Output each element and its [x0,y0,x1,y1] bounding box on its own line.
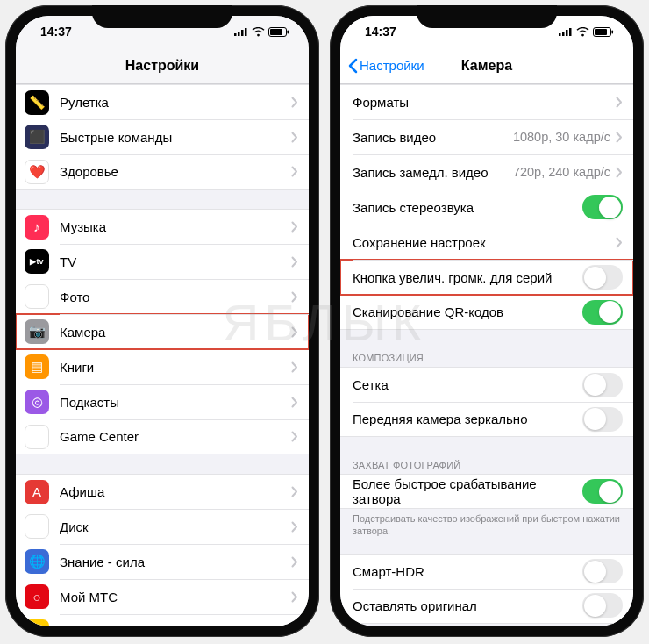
svg-rect-8 [562,32,565,36]
svg-rect-5 [270,29,282,35]
svg-rect-12 [595,29,607,35]
chevron-right-icon [291,132,298,143]
row-label: Запись замедл. видео [353,165,513,180]
capture-header: ЗАХВАТ ФОТОГРАФИЙ [340,456,633,474]
composition-group: КОМПОЗИЦИЯ Сетка Передняя камера зеркаль… [340,349,633,437]
camera-settings-list[interactable]: Форматы Запись видео 1080p, 30 кадр/с За… [340,84,633,626]
battery-icon [593,27,614,37]
row-camera[interactable]: 📷 Камера [16,314,309,349]
shortcuts-icon: ⬛ [25,125,49,149]
row-value: 1080p, 30 кадр/с [513,130,610,144]
row-label: Game Center [60,429,291,444]
chevron-right-icon [291,256,298,268]
status-time: 14:37 [40,25,72,39]
podcasts-icon: ◎ [25,390,49,414]
svg-rect-1 [238,32,240,36]
notch [417,5,557,28]
row-label: Сетка [353,377,582,392]
gamecenter-icon: ● [25,425,49,449]
row-music[interactable]: ♪ Музыка [16,209,309,244]
svg-rect-3 [245,28,247,36]
svg-rect-13 [612,30,614,33]
back-button[interactable]: Настройки [347,58,424,74]
row-mymts[interactable]: ○ Мой МТС [16,579,309,614]
chevron-left-icon [347,58,358,74]
row-photos[interactable]: ✿ Фото [16,279,309,314]
row-label: Фото [60,290,291,304]
row-label: Знание - сила [60,555,291,569]
row-label: Быстрые команды [60,130,291,145]
chevron-right-icon [291,591,298,603]
row-keep-original[interactable]: Оставлять оригинал [340,589,633,624]
toggle-grid[interactable] [582,373,623,397]
mymts-icon: ○ [25,584,49,609]
row-label: Здоровье [60,164,291,179]
settings-list[interactable]: 📏 Рулетка ⬛ Быстрые команды ❤️ Здоровье … [16,84,309,626]
toggle-keep-original[interactable] [582,593,623,618]
row-label: Более быстрое срабатывание затвора [353,476,582,506]
znanie-icon: 🌐 [25,549,49,574]
phone-left: 14:37 Настройки 📏 Рулетка ⬛ Быстрые кома… [5,5,319,637]
signal-icon [234,27,248,36]
camera-group-1: Форматы Запись видео 1080p, 30 кадр/с За… [340,84,633,330]
row-label: Кнопка увелич. громк. для серий [353,270,582,285]
chevron-right-icon [616,132,623,143]
row-preserve[interactable]: Сохранение настроек [340,225,633,260]
signal-icon [559,27,573,36]
svg-rect-10 [569,28,572,36]
row-smart-hdr[interactable]: Смарт-HDR [340,554,633,589]
toggle-smart-hdr[interactable] [582,559,623,583]
row-formats[interactable]: Форматы [340,84,633,119]
row-mirror-front[interactable]: Передняя камера зеркально [340,402,633,437]
toggle-qr[interactable] [582,300,623,325]
row-record-video[interactable]: Запись видео 1080p, 30 кадр/с [340,119,633,154]
row-label: Сохранение настроек [353,235,616,250]
battery-icon [268,27,289,37]
row-label: Форматы [353,95,616,110]
row-roulette[interactable]: 📏 Рулетка [16,84,309,119]
hdr-footer: Смарт-HDR смешивает лучшие фрагменты тре… [340,624,633,626]
row-podcasts[interactable]: ◎ Подкасты [16,384,309,419]
row-label: Подкасты [60,395,291,410]
tv-icon: ▶tv [25,249,49,274]
row-disk[interactable]: ☁ Диск [16,509,309,544]
row-stereo[interactable]: Запись стереозвука [340,190,633,225]
row-qr[interactable]: Сканирование QR-кодов [340,295,633,330]
row-tv[interactable]: ▶tv TV [16,244,309,279]
row-shortcuts[interactable]: ⬛ Быстрые команды [16,119,309,154]
chevron-right-icon [291,397,298,408]
row-znanie[interactable]: 🌐 Знание - сила [16,544,309,579]
toggle-mirror-front[interactable] [582,407,623,432]
chevron-right-icon [291,521,298,533]
capture-footer: Подстраивать качество изображений при бы… [340,509,633,545]
toggle-volume-burst[interactable] [582,265,623,290]
nav-bar-left: Настройки [16,47,309,84]
row-label: Запись видео [353,130,513,145]
row-gamecenter[interactable]: ● Game Center [16,419,309,454]
row-health[interactable]: ❤️ Здоровье [16,154,309,190]
row-volume-burst[interactable]: Кнопка увелич. громк. для серий [340,260,633,295]
row-record-slomo[interactable]: Запись замедл. видео 720p, 240 кадр/с [340,154,633,190]
toggle-faster-shutter[interactable] [582,479,623,504]
status-time: 14:37 [365,25,396,39]
row-books[interactable]: ▤ Книги [16,349,309,384]
screen-left: 14:37 Настройки 📏 Рулетка ⬛ Быстрые кома… [16,16,309,626]
chevron-right-icon [291,431,298,442]
row-label: Рулетка [60,95,291,110]
row-afisha[interactable]: A Афиша [16,474,309,509]
row-label: Запись стереозвука [353,200,582,215]
row-label: Оставлять оригинал [353,598,582,613]
toggle-stereo[interactable] [582,195,623,219]
row-navigator[interactable]: ➤ Навигатор [16,614,309,626]
chevron-right-icon [291,486,298,497]
nav-bar-right: Настройки Камера [340,47,633,84]
row-label: Сканирование QR-кодов [353,304,582,319]
row-grid[interactable]: Сетка [340,367,633,402]
status-indicators [234,27,289,37]
row-faster-shutter[interactable]: Более быстрое срабатывание затвора [340,474,633,509]
chevron-right-icon [291,556,298,568]
svg-rect-6 [288,30,289,33]
back-label: Настройки [360,58,424,73]
chevron-right-icon [291,166,298,177]
row-label: Передняя камера зеркально [353,411,582,426]
